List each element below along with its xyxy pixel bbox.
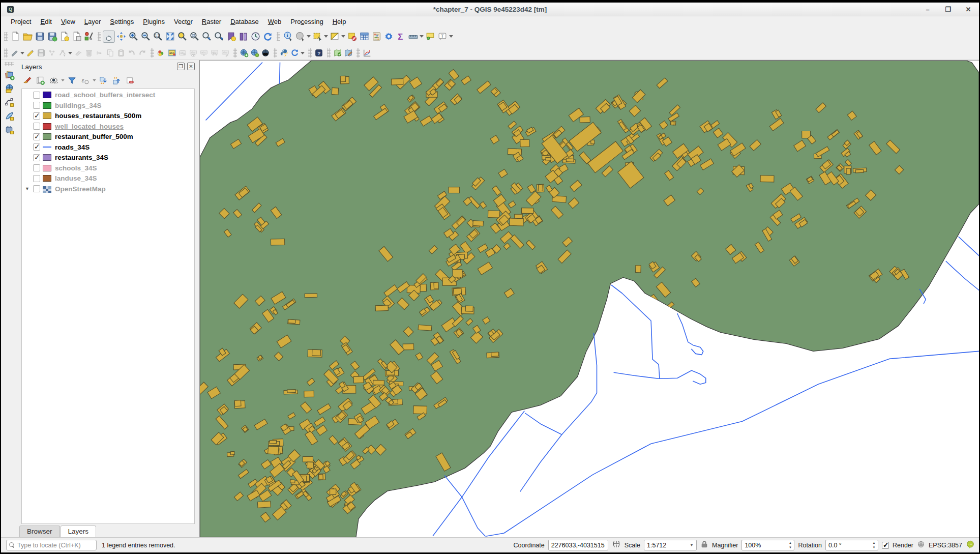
zoom-in-icon[interactable] [127,31,139,43]
layer-checkbox[interactable] [33,112,40,120]
refresh-icon[interactable] [261,31,274,43]
layer-row-roads_34S[interactable]: roads_34S [22,142,194,152]
python-icon[interactable] [279,48,289,59]
statistics-icon[interactable]: Σ [395,31,407,43]
map-edit-icon[interactable] [343,48,353,59]
run-action-dropdown[interactable] [306,32,311,42]
layer-checkbox[interactable] [33,164,40,171]
abc-move-icon[interactable]: abc [198,48,209,59]
layer-row-restaurant_buffer_500m[interactable]: restaurant_buffer_500m [22,132,194,141]
redo-icon[interactable] [137,48,147,59]
layer-row-schools_34S[interactable]: schools_34S [22,163,194,172]
new-virtual-icon[interactable] [3,124,15,136]
measure-dropdown[interactable] [419,32,424,42]
digitize-icon[interactable] [46,48,57,59]
panel-close-button[interactable]: ✕ [187,63,195,70]
menu-edit[interactable]: Edit [36,17,56,26]
menu-help[interactable]: Help [328,17,351,26]
profile-chart-icon[interactable] [362,48,372,59]
select-poly-dropdown[interactable] [341,32,346,42]
abc-active-icon[interactable]: abc [166,48,177,59]
identify-icon[interactable]: i [282,31,294,43]
select-poly-icon[interactable] [329,31,341,43]
layer-checkbox[interactable] [33,92,40,99]
save-project-icon[interactable] [34,31,46,43]
menu-raster[interactable]: Raster [197,17,226,26]
map-canvas[interactable] [199,60,979,537]
field-calc-icon[interactable] [370,31,382,43]
extent-icon[interactable] [612,540,621,550]
abc-edit-icon[interactable]: abc [220,48,230,59]
layer-row-landuse_34S[interactable]: landuse_34S [22,174,194,183]
globe-db-icon[interactable] [3,82,15,95]
remove-layer-icon[interactable] [123,74,136,86]
new-geopackage-icon[interactable] [3,110,15,122]
zoom-full-icon[interactable] [164,31,176,43]
run-action-icon[interactable] [294,31,306,43]
menu-layer[interactable]: Layer [80,17,106,26]
locator-input[interactable]: Type to locate (Ctrl+K) [6,540,97,550]
filter-legend-icon[interactable] [65,74,78,86]
vertex-icon[interactable] [57,48,68,59]
menu-vector[interactable]: Vector [169,17,197,26]
close-button[interactable]: ✕ [965,6,972,13]
new-project-icon[interactable] [9,31,21,43]
zoom-out-icon[interactable] [139,31,152,43]
layer-checkbox[interactable] [33,154,40,161]
datasource-icon[interactable] [3,69,15,81]
zoom-native-icon[interactable]: 1:1 [152,31,164,43]
svg-ball-icon[interactable] [156,48,166,59]
cut-icon[interactable]: ✂ [94,48,105,59]
crs-label[interactable]: EPSG:3857 [929,542,962,549]
menu-settings[interactable]: Settings [105,17,138,26]
attr-table-icon[interactable] [358,31,370,43]
filter-expression-dropdown[interactable] [92,75,97,85]
menu-processing[interactable]: Processing [286,17,328,26]
open-project-icon[interactable] [21,31,34,43]
menu-database[interactable]: Database [226,17,263,26]
abc-icon[interactable]: ab [177,48,188,59]
layer-checkbox[interactable] [33,102,40,109]
pan-selection-icon[interactable] [115,31,127,43]
expander-icon[interactable]: ▼ [25,186,30,191]
toggle-edit-icon[interactable] [25,48,36,59]
maximize-button[interactable]: ❐ [944,6,952,13]
tab-browser[interactable]: Browser [19,526,60,537]
layer-row-restaurants_34S[interactable]: restaurants_34S [22,153,194,162]
magnifier-spin[interactable]: 100%▲▼ [741,540,794,550]
edits-menu-icon[interactable] [9,48,20,59]
abc-eye-icon[interactable]: abc [188,48,198,59]
style-manager-icon[interactable]: a [82,31,95,43]
pan-map-icon[interactable] [103,31,115,43]
render-checkbox[interactable] [882,542,889,549]
layer-checkbox[interactable] [33,133,40,140]
layer-checkbox[interactable] [33,185,40,192]
styling-brush-icon[interactable] [20,74,34,86]
layer-row-OpenStreetMap[interactable]: ▼OpenStreetMap [22,184,194,193]
measure-icon[interactable] [407,31,419,43]
globe-add-icon[interactable] [239,48,249,59]
select-rect-icon[interactable] [311,31,323,43]
rotation-spin[interactable]: 0.0 °▲▼ [825,540,878,550]
trash-icon[interactable] [83,48,94,59]
add-group-icon[interactable] [34,74,47,86]
multiedit-icon[interactable] [73,48,83,59]
new-layout-icon[interactable] [58,31,70,43]
layer-row-well_located_houses[interactable]: well_located_houses [22,122,194,131]
globe-dark-icon[interactable] [260,48,271,59]
coordinate-input[interactable]: 2276033,-4031515 [548,540,608,550]
deselect-icon[interactable] [346,31,358,43]
layer-row-houses_restaurants_500m[interactable]: houses_restaurants_500m [22,111,194,121]
zoom-layer-icon[interactable] [188,31,200,43]
layer-checkbox[interactable] [33,143,40,151]
menu-project[interactable]: Project [6,17,36,26]
layer-row-road_school_buffers_intersect[interactable]: road_school_buffers_intersect [22,91,194,100]
new-shapefile-icon[interactable] [3,96,15,108]
layer-row-buildings_34S[interactable]: buildings_34S [22,101,194,110]
tab-layers[interactable]: Layers [61,526,97,537]
lock-icon[interactable] [700,540,708,550]
menu-web[interactable]: Web [263,17,286,26]
temporal-icon[interactable] [249,31,261,43]
filter-expression-icon[interactable]: ε [78,74,92,86]
vertex-x-dropdown[interactable] [68,48,73,58]
